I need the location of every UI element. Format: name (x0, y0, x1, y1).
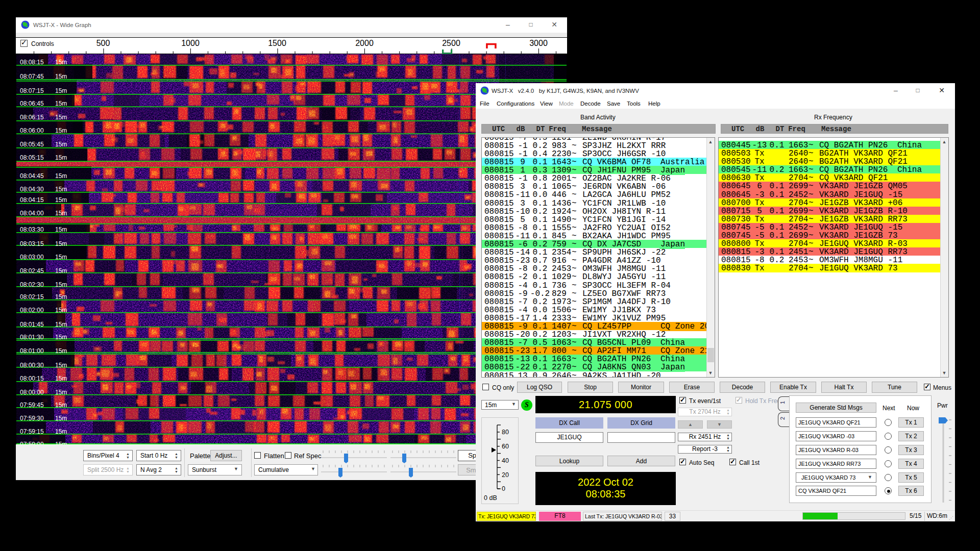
svg-text:15m: 15m (55, 114, 67, 121)
svg-text:1000: 1000 (181, 39, 200, 47)
svg-text:15m: 15m (55, 186, 67, 193)
svg-text:60: 60 (502, 443, 509, 450)
svg-text:08:06:15: 08:06:15 (20, 114, 44, 121)
svg-text:07:59:45: 07:59:45 (20, 402, 44, 409)
svg-text:08:00:15: 08:00:15 (20, 375, 44, 382)
svg-text:08:04:15: 08:04:15 (20, 196, 44, 204)
svg-text:15m: 15m (55, 226, 67, 233)
svg-text:08:05:15: 08:05:15 (20, 154, 44, 161)
svg-text:07:59:30: 07:59:30 (20, 415, 44, 422)
svg-text:15m: 15m (55, 415, 67, 422)
svg-text:15m: 15m (55, 389, 67, 396)
svg-text:08:01:00: 08:01:00 (20, 347, 44, 355)
svg-text:40: 40 (502, 457, 509, 464)
svg-text:08:03:30: 08:03:30 (20, 226, 44, 233)
svg-text:08:00:00: 08:00:00 (20, 389, 44, 396)
svg-text:15m: 15m (55, 334, 67, 341)
svg-text:15m: 15m (55, 196, 67, 204)
svg-text:15m: 15m (55, 441, 67, 445)
svg-text:08:04:30: 08:04:30 (20, 186, 44, 193)
svg-text:08:00:30: 08:00:30 (20, 362, 44, 369)
svg-text:2500: 2500 (442, 39, 460, 47)
svg-text:08:02:15: 08:02:15 (20, 293, 44, 300)
svg-text:15m: 15m (55, 402, 67, 409)
svg-text:20: 20 (502, 471, 509, 479)
svg-text:0: 0 (502, 485, 505, 492)
svg-text:15m: 15m (55, 321, 67, 328)
svg-text:15m: 15m (55, 428, 67, 435)
svg-text:15m: 15m (55, 362, 67, 369)
svg-text:3000: 3000 (529, 39, 548, 47)
svg-text:08:04:00: 08:04:00 (20, 210, 44, 217)
svg-text:08:03:15: 08:03:15 (20, 240, 44, 247)
svg-text:15m: 15m (55, 347, 67, 355)
svg-text:15m: 15m (55, 240, 67, 247)
svg-text:08:01:45: 08:01:45 (20, 321, 44, 328)
svg-text:08:04:45: 08:04:45 (20, 172, 44, 180)
svg-text:0 dB: 0 dB (484, 494, 497, 502)
svg-text:15m: 15m (55, 73, 67, 80)
svg-text:15m: 15m (55, 59, 67, 66)
svg-text:15m: 15m (55, 293, 67, 300)
svg-text:15m: 15m (55, 141, 67, 148)
svg-text:08:02:00: 08:02:00 (20, 307, 44, 314)
svg-text:08:02:30: 08:02:30 (20, 281, 44, 288)
svg-text:15m: 15m (55, 172, 67, 180)
svg-text:500: 500 (96, 39, 110, 47)
svg-text:07:59:00: 07:59:00 (20, 441, 44, 445)
svg-text:15m: 15m (55, 267, 67, 274)
svg-text:08:08:15: 08:08:15 (20, 59, 44, 66)
svg-text:15m: 15m (55, 375, 67, 382)
svg-text:15m: 15m (55, 307, 67, 314)
svg-text:08:06:00: 08:06:00 (20, 127, 44, 134)
svg-text:15m: 15m (55, 254, 67, 261)
svg-text:08:06:45: 08:06:45 (20, 100, 44, 107)
svg-text:15m: 15m (55, 87, 67, 94)
svg-text:15m: 15m (55, 127, 67, 134)
svg-text:08:03:00: 08:03:00 (20, 254, 44, 261)
svg-text:08:05:45: 08:05:45 (20, 141, 44, 148)
svg-text:15m: 15m (55, 100, 67, 107)
svg-text:2000: 2000 (355, 39, 374, 47)
svg-text:15m: 15m (55, 154, 67, 161)
svg-text:08:07:45: 08:07:45 (20, 73, 44, 80)
svg-text:08:07:15: 08:07:15 (20, 87, 44, 94)
svg-text:07:59:15: 07:59:15 (20, 428, 44, 435)
svg-text:80: 80 (502, 429, 509, 436)
svg-text:08:02:45: 08:02:45 (20, 267, 44, 274)
svg-text:08:01:30: 08:01:30 (20, 334, 44, 341)
svg-text:1500: 1500 (268, 39, 286, 47)
svg-text:15m: 15m (55, 281, 67, 288)
svg-text:15m: 15m (55, 210, 67, 217)
